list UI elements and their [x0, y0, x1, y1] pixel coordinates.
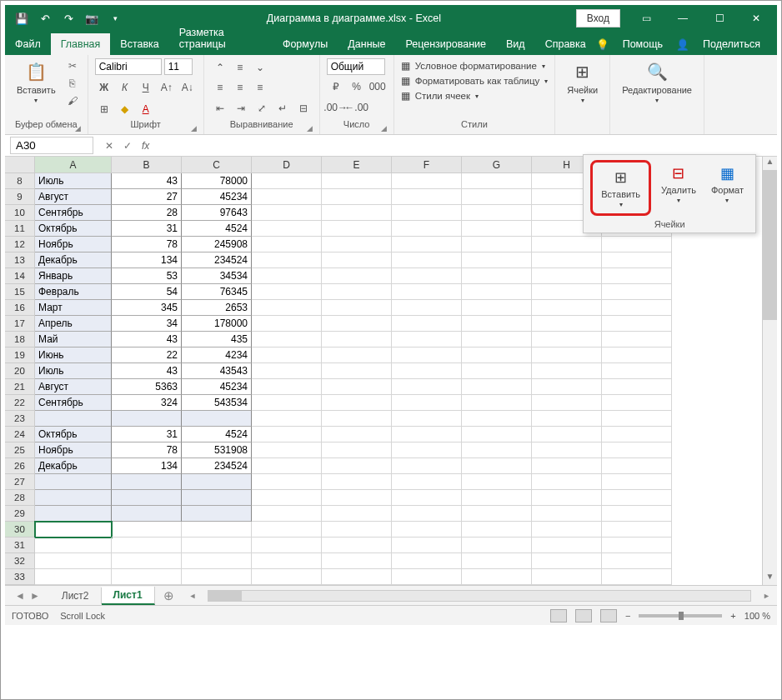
camera-icon[interactable]: 📷: [83, 10, 100, 27]
row-header[interactable]: 30: [5, 522, 35, 538]
cell[interactable]: [112, 538, 182, 553]
orientation-icon[interactable]: ⤢: [253, 99, 271, 118]
cell[interactable]: [532, 268, 602, 284]
cell[interactable]: [532, 332, 602, 348]
row-header[interactable]: 25: [5, 442, 35, 458]
cell[interactable]: [532, 316, 602, 332]
cell[interactable]: [602, 458, 672, 474]
cell[interactable]: 45234: [182, 189, 252, 205]
conditional-formatting-button[interactable]: ▦Условное форматирование▾: [401, 58, 549, 73]
cell[interactable]: 531908: [182, 442, 252, 458]
cell[interactable]: 43543: [182, 363, 252, 379]
cell[interactable]: [252, 252, 322, 268]
cell[interactable]: [322, 316, 392, 332]
cell[interactable]: [182, 569, 252, 585]
tab-formulas[interactable]: Формулы: [273, 33, 338, 55]
row-header[interactable]: 28: [5, 490, 35, 506]
cell[interactable]: [602, 379, 672, 395]
cell[interactable]: [322, 538, 392, 553]
cell[interactable]: Июль: [35, 173, 112, 189]
cell[interactable]: 134: [112, 458, 182, 474]
cell[interactable]: [252, 173, 322, 189]
cell[interactable]: [182, 474, 252, 490]
font-size-select[interactable]: [164, 58, 193, 75]
cell[interactable]: [252, 189, 322, 205]
cell[interactable]: [602, 300, 672, 316]
cell[interactable]: [252, 553, 322, 569]
cell[interactable]: [322, 284, 392, 300]
align-bottom-icon[interactable]: ⌄: [251, 58, 269, 77]
cell[interactable]: Август: [35, 379, 112, 395]
cell[interactable]: [252, 395, 322, 411]
cell[interactable]: [182, 411, 252, 427]
decrease-decimal-icon[interactable]: ←.00: [348, 98, 366, 117]
cell[interactable]: 4524: [182, 427, 252, 442]
row-header[interactable]: 8: [5, 173, 35, 189]
cell[interactable]: 45234: [182, 379, 252, 395]
column-header-E[interactable]: E: [322, 157, 392, 173]
cell[interactable]: [462, 189, 532, 205]
cell[interactable]: [252, 442, 322, 458]
cell[interactable]: [462, 221, 532, 237]
cell[interactable]: Январь: [35, 268, 112, 284]
cell[interactable]: [532, 458, 602, 474]
cell[interactable]: [322, 458, 392, 474]
sheet-nav-next-icon[interactable]: ►: [30, 590, 40, 602]
cell[interactable]: [252, 221, 322, 237]
maximize-button[interactable]: ☐: [702, 7, 737, 30]
cell[interactable]: 43: [112, 332, 182, 348]
cell[interactable]: [392, 332, 462, 348]
align-middle-icon[interactable]: ≡: [231, 58, 249, 77]
cell[interactable]: [532, 300, 602, 316]
cell[interactable]: [322, 348, 392, 363]
cell[interactable]: [322, 332, 392, 348]
number-format-select[interactable]: [327, 58, 385, 75]
cell[interactable]: 178000: [182, 316, 252, 332]
cell-styles-button[interactable]: ▦Стили ячеек▾: [401, 88, 549, 103]
cell[interactable]: 28: [112, 205, 182, 221]
column-header-D[interactable]: D: [252, 157, 322, 173]
cell[interactable]: [602, 411, 672, 427]
cell[interactable]: [392, 474, 462, 490]
cell[interactable]: [252, 268, 322, 284]
tab-review[interactable]: Рецензирование: [395, 33, 496, 55]
cell[interactable]: 97643: [182, 205, 252, 221]
row-header[interactable]: 13: [5, 252, 35, 268]
wrap-text-icon[interactable]: ↵: [273, 99, 292, 118]
bold-button[interactable]: Ж: [95, 78, 113, 97]
comma-icon[interactable]: 000: [368, 78, 387, 96]
cell[interactable]: [252, 300, 322, 316]
decrease-font-icon[interactable]: A↓: [178, 78, 197, 97]
cell[interactable]: 76345: [182, 284, 252, 300]
align-right-icon[interactable]: ≡: [251, 78, 269, 97]
cell[interactable]: 245908: [182, 237, 252, 252]
qat-dropdown-icon[interactable]: ▾: [107, 10, 123, 27]
cell[interactable]: Октябрь: [35, 221, 112, 237]
row-header[interactable]: 29: [5, 506, 35, 522]
cell[interactable]: [602, 538, 672, 553]
cell[interactable]: [322, 252, 392, 268]
cell[interactable]: 43: [112, 173, 182, 189]
cell[interactable]: [392, 268, 462, 284]
row-header[interactable]: 26: [5, 458, 35, 474]
sheet-nav-prev-icon[interactable]: ◄: [15, 590, 25, 602]
cell[interactable]: 543534: [182, 395, 252, 411]
cell[interactable]: [392, 458, 462, 474]
zoom-level[interactable]: 100 %: [744, 611, 770, 621]
cell[interactable]: [252, 569, 322, 585]
save-icon[interactable]: 💾: [13, 10, 30, 27]
cell[interactable]: [602, 569, 672, 585]
cell[interactable]: [392, 379, 462, 395]
cell[interactable]: 4234: [182, 348, 252, 363]
cell[interactable]: [322, 300, 392, 316]
cell[interactable]: [322, 379, 392, 395]
cell[interactable]: 43: [112, 363, 182, 379]
cell[interactable]: Апрель: [35, 316, 112, 332]
cell[interactable]: [392, 490, 462, 506]
align-top-icon[interactable]: ⌃: [211, 58, 229, 77]
cell[interactable]: [322, 427, 392, 442]
cell[interactable]: [602, 490, 672, 506]
cell[interactable]: [112, 411, 182, 427]
redo-icon[interactable]: ↷: [60, 10, 77, 27]
cell[interactable]: Август: [35, 189, 112, 205]
